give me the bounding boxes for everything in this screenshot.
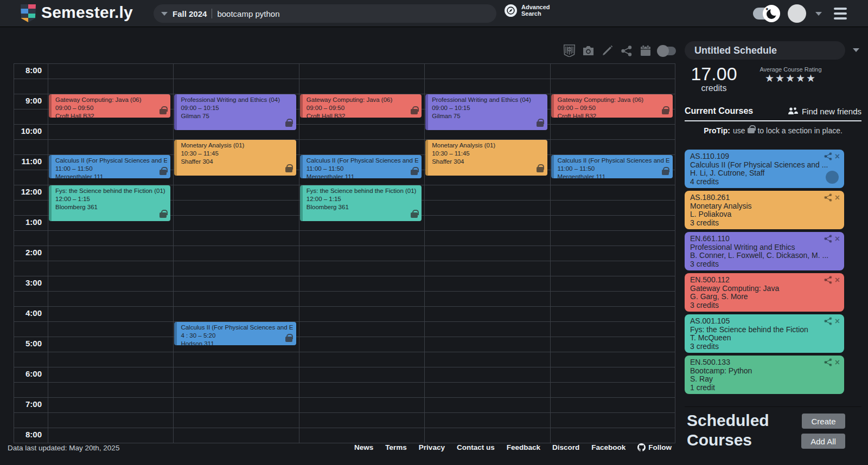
- footer-link-news[interactable]: News: [354, 443, 373, 451]
- lock-icon[interactable]: [285, 121, 292, 127]
- footer-link-terms[interactable]: Terms: [385, 443, 407, 451]
- course-card[interactable]: AS.180.261Monetary AnalysisL. Poliakova3…: [685, 191, 844, 229]
- advanced-search-button[interactable]: Advanced Search: [505, 4, 550, 17]
- footer-link-contact-us[interactable]: Contact us: [457, 443, 495, 451]
- event-title: Gateway Computing: Java (06): [55, 96, 167, 104]
- footer-link-facebook[interactable]: Facebook: [591, 443, 626, 451]
- university-crest-icon[interactable]: [563, 44, 576, 57]
- remove-course-icon[interactable]: ×: [835, 276, 840, 284]
- calendar-event[interactable]: Monetary Analysis (01)10:30 – 11:45Shaff…: [425, 140, 547, 176]
- event-time: 4 : 30 – 5:20: [181, 332, 292, 340]
- compare-toggle[interactable]: [658, 47, 676, 55]
- remove-course-icon[interactable]: ×: [835, 318, 840, 325]
- calendar-event[interactable]: Gateway Computing: Java (06)09:00 – 09:5…: [551, 94, 673, 118]
- schedule-dropdown-caret-icon[interactable]: [853, 48, 859, 52]
- semesterly-logo-icon[interactable]: [21, 4, 36, 22]
- lock-icon[interactable]: [285, 337, 292, 342]
- user-avatar[interactable]: [788, 4, 806, 23]
- camera-screenshot-icon[interactable]: [582, 44, 595, 57]
- lock-icon[interactable]: [159, 212, 167, 218]
- course-inst: L. Poliakova: [690, 210, 839, 219]
- course-name: Professional Writing and Ethics: [690, 243, 839, 252]
- course-search-input[interactable]: [217, 9, 489, 18]
- calendar-event[interactable]: Professional Writing and Ethics (04)09:0…: [174, 94, 296, 130]
- calendar-event[interactable]: Calculus II (For Physical Sciences and E…: [174, 322, 296, 345]
- user-menu-caret-icon[interactable]: [815, 12, 822, 16]
- add-all-button[interactable]: Add All: [801, 434, 845, 449]
- calendar-gridline: [550, 63, 551, 443]
- create-button[interactable]: Create: [802, 414, 845, 429]
- course-cred: 3 credits: [690, 301, 839, 310]
- course-card[interactable]: EN.500.133Bootcamp: PythonS. Ray1 credit…: [685, 356, 844, 394]
- course-card[interactable]: EN.661.110Professional Writing and Ethic…: [685, 232, 844, 270]
- tab-find-new-friends[interactable]: Find new friends: [788, 107, 861, 116]
- share-course-icon[interactable]: [824, 276, 832, 284]
- course-name: Gateway Computing: Java: [690, 285, 839, 293]
- calendar-event[interactable]: Calculus II (For Physical Sciences and E…: [49, 155, 170, 178]
- course-cred: 1 credit: [690, 384, 839, 392]
- course-card[interactable]: AS.001.105Fys: the Science behind the Fi…: [685, 314, 844, 353]
- calendar-event[interactable]: Professional Writing and Ethics (04)09:0…: [425, 94, 547, 130]
- lock-icon[interactable]: [159, 170, 167, 175]
- calendar-event[interactable]: Gateway Computing: Java (06)09:00 – 09:5…: [49, 94, 170, 118]
- semester-dropdown-caret-icon[interactable]: [161, 12, 168, 16]
- sidebar-tabs: Current Courses Find new friends: [685, 106, 861, 121]
- calendar-event[interactable]: Calculus II (For Physical Sciences and E…: [300, 155, 422, 178]
- course-code: EN.661.110: [690, 235, 839, 243]
- remove-course-icon[interactable]: ×: [835, 153, 840, 160]
- footer-link-discord[interactable]: Discord: [552, 443, 579, 451]
- calendar-event[interactable]: Gateway Computing: Java (06)09:00 – 09:5…: [300, 94, 422, 118]
- footer-link-feedback[interactable]: Feedback: [507, 443, 540, 451]
- menu-hamburger-icon[interactable]: [834, 8, 847, 20]
- brand-title[interactable]: Semester.ly: [41, 3, 133, 22]
- course-cred: 3 credits: [690, 343, 839, 351]
- lock-icon[interactable]: [537, 167, 544, 172]
- event-loc: Shaffer 304: [181, 158, 292, 166]
- calendar-event[interactable]: Monetary Analysis (01)10:30 – 11:45Shaff…: [174, 140, 296, 176]
- lock-icon[interactable]: [285, 167, 292, 172]
- course-card[interactable]: EN.500.112Gateway Computing: JavaG. Garg…: [685, 273, 844, 312]
- footer-link-follow[interactable]: Follow: [637, 443, 672, 451]
- search-bar[interactable]: Fall 2024: [154, 4, 496, 23]
- tab-current-courses[interactable]: Current Courses: [685, 106, 753, 116]
- schedule-name-input[interactable]: [685, 41, 845, 60]
- remove-course-icon[interactable]: ×: [835, 235, 840, 243]
- lock-icon[interactable]: [159, 109, 167, 114]
- calendar-gridline: [48, 63, 48, 443]
- share-course-icon[interactable]: [824, 193, 832, 202]
- lock-icon[interactable]: [537, 121, 544, 127]
- event-loc: Mergenthaler 111: [307, 173, 418, 178]
- calendar-event[interactable]: Fys: the Science behind the Fiction (01)…: [49, 185, 170, 221]
- lock-icon[interactable]: [662, 109, 669, 114]
- event-time: 09:00 – 10:15: [432, 104, 544, 112]
- course-name: Calculus II (For Physical Sciences and .…: [690, 161, 839, 170]
- schedule-toolbar: [563, 44, 676, 57]
- section-indicator-dot[interactable]: [826, 171, 839, 184]
- calendar-event[interactable]: Fys: the Science behind the Fiction (01)…: [300, 185, 422, 221]
- course-card[interactable]: AS.110.109Calculus II (For Physical Scie…: [685, 150, 844, 188]
- course-cred: 3 credits: [690, 219, 839, 228]
- remove-course-icon[interactable]: ×: [835, 359, 840, 366]
- event-loc: Shaffer 304: [432, 158, 544, 166]
- event-time: 10:30 – 11:45: [432, 150, 544, 158]
- event-time: 12:00 – 1:15: [307, 195, 418, 203]
- course-code: EN.500.133: [690, 358, 839, 367]
- remove-course-icon[interactable]: ×: [835, 194, 840, 202]
- share-course-icon[interactable]: [824, 152, 832, 160]
- footer-link-privacy[interactable]: Privacy: [419, 443, 445, 451]
- edit-pencil-icon[interactable]: [601, 44, 614, 57]
- calendar-export-icon[interactable]: [639, 44, 652, 57]
- lock-icon[interactable]: [411, 212, 418, 218]
- lock-icon[interactable]: [411, 170, 418, 175]
- share-course-icon[interactable]: [824, 317, 832, 325]
- share-course-icon[interactable]: [824, 235, 832, 243]
- course-inst: S. Ray: [690, 375, 839, 384]
- calendar-event[interactable]: Calculus II (For Physical Sciences and E…: [551, 155, 673, 178]
- share-schedule-icon[interactable]: [620, 44, 633, 57]
- search-divider: [212, 9, 212, 18]
- semester-label[interactable]: Fall 2024: [173, 9, 207, 18]
- lock-icon[interactable]: [411, 109, 418, 114]
- share-course-icon[interactable]: [824, 358, 832, 366]
- lock-icon[interactable]: [662, 170, 669, 175]
- dark-mode-toggle[interactable]: ✦: [753, 8, 777, 20]
